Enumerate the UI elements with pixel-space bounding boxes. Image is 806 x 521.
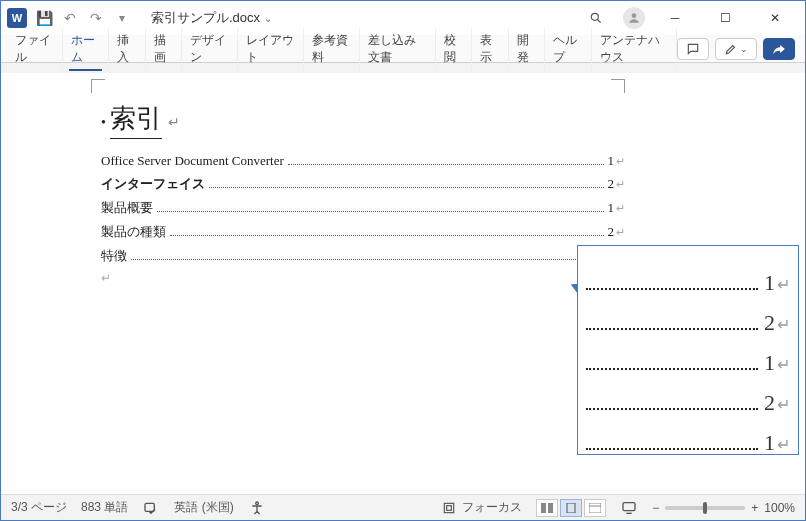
index-page: 1 [608, 153, 615, 169]
close-button[interactable]: ✕ [755, 4, 795, 32]
document-title[interactable]: 索引サンプル.docx ⌄ [151, 9, 272, 27]
svg-rect-8 [548, 503, 553, 513]
index-list: Office Server Document Converter 1 ↵ インタ… [101, 153, 625, 286]
tab-home[interactable]: ホーム [63, 28, 109, 70]
index-entry: 特徴 1 ↵ [101, 247, 625, 265]
return-mark-icon: ↵ [616, 155, 625, 168]
tab-help[interactable]: ヘルプ [545, 28, 591, 70]
callout-page: 2 [764, 390, 775, 416]
editing-mode-button[interactable]: ⌄ [715, 38, 757, 60]
quick-access-toolbar: 💾 ↶ ↷ ▾ [35, 9, 131, 27]
callout-row: 2 ↵ [586, 310, 790, 336]
page-indicator[interactable]: 3/3 ページ [11, 499, 67, 516]
qat-customize-icon[interactable]: ▾ [113, 9, 131, 27]
index-heading: • 索引 ↵ [101, 101, 625, 139]
tab-insert[interactable]: 挿入 [109, 28, 146, 70]
tab-developer[interactable]: 開発 [509, 28, 546, 70]
chevron-down-icon: ⌄ [264, 13, 272, 24]
dot-leader [586, 322, 758, 330]
dot-leader [209, 180, 604, 188]
read-mode-button[interactable] [536, 499, 558, 517]
tab-design[interactable]: デザイン [182, 28, 238, 70]
tab-mailings[interactable]: 差し込み文書 [360, 28, 436, 70]
svg-rect-9 [567, 503, 575, 513]
index-entry: Office Server Document Converter 1 ↵ [101, 153, 625, 169]
tab-file[interactable]: ファイル [7, 28, 63, 70]
undo-icon[interactable]: ↶ [61, 9, 79, 27]
dot-leader [131, 252, 604, 260]
user-avatar-icon[interactable] [623, 7, 645, 29]
display-settings-icon[interactable] [620, 499, 638, 517]
redo-icon[interactable]: ↷ [87, 9, 105, 27]
return-mark-icon: ↵ [616, 178, 625, 191]
share-button[interactable] [763, 38, 795, 60]
index-page: 2 [608, 224, 615, 240]
callout-page: 2 [764, 310, 775, 336]
dot-leader [586, 362, 758, 370]
callout-page: 1 [764, 270, 775, 296]
document-name: 索引サンプル.docx [151, 9, 260, 27]
svg-point-4 [255, 502, 258, 505]
return-mark-icon: ↵ [777, 315, 790, 334]
return-mark-icon: ↵ [168, 114, 180, 131]
svg-rect-3 [145, 503, 154, 511]
heading-text: 索引 [110, 101, 162, 139]
web-layout-button[interactable] [584, 499, 606, 517]
save-icon[interactable]: 💾 [35, 9, 53, 27]
word-app-icon: W [7, 8, 27, 28]
index-entry: 製品概要 1 ↵ [101, 199, 625, 217]
focus-mode-button[interactable]: フォーカス [442, 499, 522, 516]
tab-review[interactable]: 校閲 [436, 28, 473, 70]
dot-leader [288, 157, 604, 165]
dot-leader [157, 204, 604, 212]
svg-point-0 [591, 13, 598, 20]
callout-row: 2 ↵ [586, 390, 790, 416]
document-area[interactable]: • 索引 ↵ Office Server Document Converter … [1, 73, 805, 487]
paragraph-mark-icon: ↵ [101, 271, 625, 286]
svg-point-2 [632, 13, 637, 18]
return-mark-icon: ↵ [777, 275, 790, 294]
tab-antenna-house[interactable]: アンテナハウス [592, 28, 677, 70]
svg-rect-6 [447, 505, 452, 510]
zoom-slider[interactable] [665, 506, 745, 510]
callout-page: 1 [764, 350, 775, 376]
tab-draw[interactable]: 描画 [146, 28, 183, 70]
index-entry: インターフェイス 2 ↵ [101, 175, 625, 193]
return-mark-icon: ↵ [777, 395, 790, 414]
dot-leader [170, 228, 604, 236]
dot-leader [586, 442, 758, 450]
maximize-button[interactable]: ☐ [705, 4, 745, 32]
tab-layout[interactable]: レイアウト [238, 28, 304, 70]
page-content: • 索引 ↵ Office Server Document Converter … [101, 101, 625, 286]
tab-references[interactable]: 参考資料 [304, 28, 360, 70]
view-mode-buttons [536, 499, 606, 517]
svg-rect-12 [623, 502, 635, 510]
tab-view[interactable]: 表示 [472, 28, 509, 70]
callout-row: 1 ↵ [586, 270, 790, 296]
zoom-in-button[interactable]: + [751, 501, 758, 515]
crop-mark-top-left [91, 79, 105, 93]
language-indicator[interactable]: 英語 (米国) [174, 499, 233, 516]
index-page: 1 [608, 200, 615, 216]
index-label: 特徴 [101, 247, 127, 265]
callout-page: 1 [764, 430, 775, 456]
print-layout-button[interactable] [560, 499, 582, 517]
ribbon-tabs: ファイル ホーム 挿入 描画 デザイン レイアウト 参考資料 差し込み文書 校閲… [1, 35, 805, 63]
return-mark-icon: ↵ [616, 202, 625, 215]
index-page: 2 [608, 176, 615, 192]
word-count[interactable]: 883 単語 [81, 499, 128, 516]
return-mark-icon: ↵ [777, 355, 790, 374]
svg-rect-7 [541, 503, 546, 513]
index-label: 製品の種類 [101, 223, 166, 241]
spellcheck-icon[interactable] [142, 499, 160, 517]
index-label: 製品概要 [101, 199, 153, 217]
accessibility-icon[interactable] [248, 499, 266, 517]
dot-leader [586, 402, 758, 410]
index-entry: 製品の種類 2 ↵ [101, 223, 625, 241]
comments-button[interactable] [677, 38, 709, 60]
statusbar: 3/3 ページ 883 単語 英語 (米国) フォーカス − + 100% [1, 494, 805, 520]
zoom-out-button[interactable]: − [652, 501, 659, 515]
index-label: インターフェイス [101, 175, 205, 193]
zoom-level[interactable]: 100% [764, 501, 795, 515]
svg-rect-10 [589, 503, 601, 513]
